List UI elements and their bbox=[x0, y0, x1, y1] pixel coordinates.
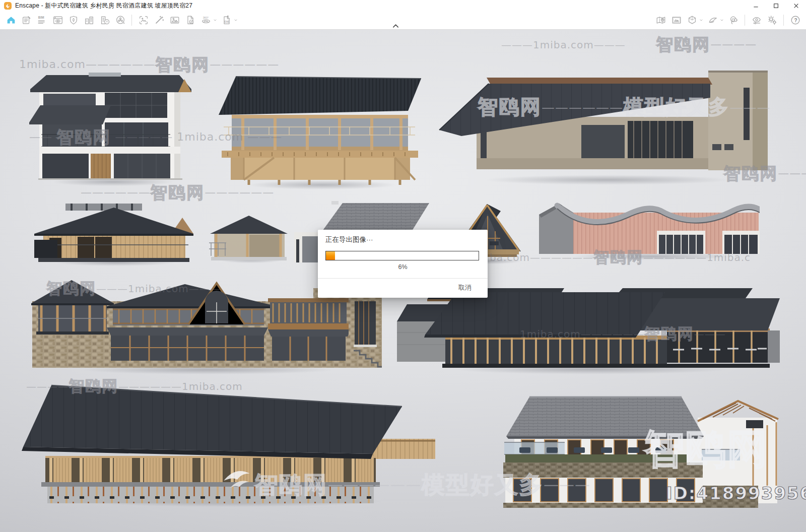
cube-view-icon bbox=[687, 15, 698, 26]
texture-image-icon bbox=[671, 15, 682, 26]
bim-info-button[interactable]: BIM bbox=[34, 13, 50, 28]
dialog-title: 正在导出图像··· bbox=[325, 235, 373, 244]
minimize-icon bbox=[753, 3, 759, 9]
magic-style-button[interactable] bbox=[151, 13, 167, 28]
svg-text:EXE: EXE bbox=[224, 21, 229, 23]
toolbar-separator bbox=[131, 15, 132, 26]
eye-visibility-button[interactable] bbox=[749, 13, 764, 28]
map-location-button[interactable] bbox=[653, 13, 668, 28]
exe-export-dropdown-chevron-icon[interactable] bbox=[232, 13, 239, 28]
building-wave-roof bbox=[537, 197, 760, 260]
building-glass-pavilion bbox=[209, 214, 289, 262]
vr-headset-button[interactable] bbox=[725, 13, 741, 28]
home-icon bbox=[6, 15, 17, 26]
close-icon bbox=[793, 3, 799, 9]
screenshot-icon bbox=[138, 15, 149, 26]
building-energy-icon bbox=[99, 15, 110, 26]
shield-quality-button[interactable] bbox=[65, 13, 81, 28]
feedback-note-icon bbox=[21, 15, 32, 26]
bim-info-icon: BIM bbox=[37, 15, 48, 26]
svg-text:360°: 360° bbox=[203, 16, 208, 19]
export-progress-fill bbox=[326, 251, 335, 260]
screenshot-button[interactable] bbox=[136, 13, 151, 28]
settings-gears-button[interactable] bbox=[764, 13, 780, 28]
svg-text:BIM: BIM bbox=[38, 16, 44, 19]
enscape-window: Enscape - 新中式民宿建筑 乡村民房 民宿酒店建筑 坡屋顶民宿27 BI… bbox=[0, 0, 806, 532]
wing-fly-icon bbox=[707, 15, 718, 26]
export-progress-bar bbox=[325, 251, 479, 260]
building-beige-hall-with-tower bbox=[430, 69, 769, 180]
export-progress-dialog: 正在导出图像··· 6% 取消 bbox=[318, 230, 488, 298]
image-render-button[interactable] bbox=[167, 13, 182, 28]
wing-fly-dropdown-chevron-icon[interactable] bbox=[718, 13, 725, 28]
building-timber-stilt-house bbox=[214, 73, 421, 186]
toolbar-collapse-button[interactable] bbox=[389, 22, 402, 29]
building-terrace-hotel bbox=[501, 390, 779, 508]
building-energy-button[interactable] bbox=[97, 13, 112, 28]
settings-gears-icon bbox=[767, 15, 778, 26]
toolbar-separator bbox=[783, 15, 784, 26]
eye-visibility-icon bbox=[751, 15, 762, 26]
file-check-button[interactable] bbox=[182, 13, 198, 28]
pano-360-dropdown-chevron-icon[interactable] bbox=[212, 13, 218, 28]
site-buildings-button[interactable] bbox=[81, 13, 97, 28]
window-controls bbox=[746, 0, 806, 11]
image-render-icon bbox=[169, 15, 180, 26]
help-icon: ? bbox=[790, 15, 801, 26]
view-window-button[interactable] bbox=[50, 13, 65, 28]
video-reel-icon bbox=[115, 15, 126, 26]
map-location-icon bbox=[655, 15, 666, 26]
exe-export-icon: EXE bbox=[221, 15, 232, 26]
toolbar-right-group: ? bbox=[653, 11, 803, 29]
watermark-text: 智鸥网———— bbox=[656, 36, 757, 53]
texture-image-button[interactable] bbox=[668, 13, 684, 28]
minimize-button[interactable] bbox=[746, 0, 766, 11]
view-window-icon bbox=[52, 15, 63, 26]
file-check-icon bbox=[185, 15, 196, 26]
viewport[interactable]: ID:418993956 正在导出图像··· 6% 取消 1miba.com——… bbox=[0, 30, 806, 532]
building-white-modern-villa bbox=[29, 70, 191, 185]
toolbar-separator bbox=[745, 15, 745, 26]
svg-text:?: ? bbox=[794, 18, 797, 23]
cube-view-dropdown-chevron-icon[interactable] bbox=[698, 13, 704, 28]
close-button[interactable] bbox=[786, 0, 806, 11]
vr-headset-icon bbox=[728, 15, 739, 26]
window-title: Enscape - 新中式民宿建筑 乡村民房 民宿酒店建筑 坡屋顶民宿27 bbox=[15, 2, 192, 10]
home-button[interactable] bbox=[3, 13, 19, 28]
dialog-divider bbox=[318, 278, 488, 279]
pano-360-icon: 360° bbox=[200, 15, 212, 26]
toolbar-left-group: BIM360°EXE bbox=[3, 11, 239, 29]
progress-percent-label: 6% bbox=[318, 263, 488, 271]
magic-style-icon bbox=[154, 15, 165, 26]
video-reel-button[interactable] bbox=[112, 13, 128, 28]
titlebar: Enscape - 新中式民宿建筑 乡村民房 民宿酒店建筑 坡屋顶民宿27 bbox=[0, 0, 806, 11]
building-wood-gable-cabin bbox=[34, 204, 194, 265]
feedback-note-button[interactable] bbox=[19, 13, 34, 28]
help-button[interactable]: ? bbox=[787, 13, 803, 28]
maximize-button[interactable] bbox=[766, 0, 786, 11]
shield-quality-icon bbox=[68, 15, 79, 26]
chevron-up-icon bbox=[392, 23, 399, 28]
watermark-text: ———1miba.com——— bbox=[501, 39, 626, 50]
gull-logo-icon bbox=[220, 461, 256, 497]
enscape-logo-icon bbox=[4, 2, 12, 10]
toolbar: BIM360°EXE ? bbox=[0, 11, 806, 30]
cancel-button[interactable]: 取消 bbox=[455, 282, 475, 293]
maximize-icon bbox=[773, 3, 779, 9]
site-buildings-icon bbox=[84, 15, 95, 26]
